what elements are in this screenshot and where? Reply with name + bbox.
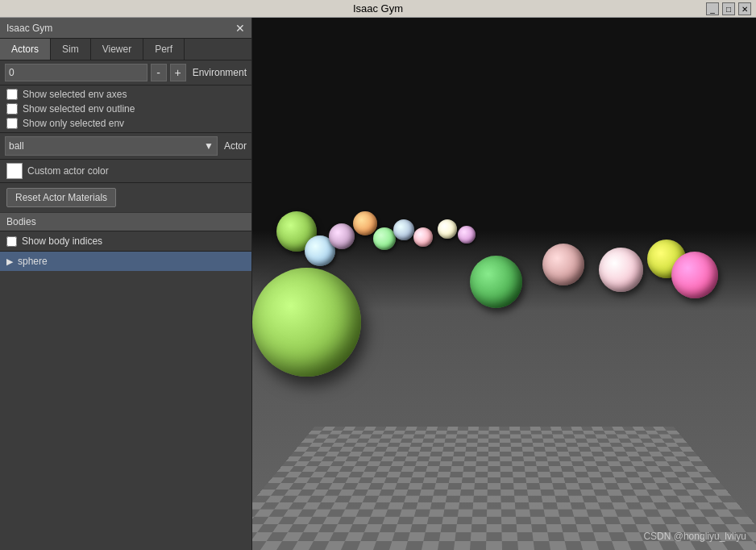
bodies-section-header: Bodies — [0, 212, 251, 231]
environment-row: - + Environment — [0, 60, 251, 85]
ball-14 — [671, 252, 718, 298]
sphere-label: sphere — [18, 256, 48, 267]
show-axes-checkbox[interactable] — [6, 89, 18, 100]
checkbox-row-only: Show only selected env — [6, 118, 245, 129]
ball-7 — [438, 219, 457, 239]
show-body-indices-label: Show body indices — [22, 235, 102, 247]
minimize-button[interactable]: _ — [706, 2, 719, 15]
tabs-container: Actors Sim Viewer Perf — [0, 39, 251, 60]
tab-sim[interactable]: Sim — [51, 39, 91, 60]
title-bar: Isaac Gym _ □ ✕ — [0, 0, 756, 18]
actor-label: Actor — [224, 140, 247, 152]
color-row: Custom actor color — [0, 160, 251, 183]
ball-2 — [329, 223, 355, 249]
actor-row: ball ▼ Actor — [0, 133, 251, 160]
ball-5 — [393, 219, 414, 240]
close-window-button[interactable]: ✕ — [738, 2, 751, 15]
show-body-indices-checkbox[interactable] — [6, 236, 17, 247]
maximize-button[interactable]: □ — [722, 2, 735, 15]
ball-8 — [458, 226, 476, 244]
show-axes-label: Show selected env axes — [23, 89, 127, 100]
ball-10 — [470, 256, 522, 308]
watermark: CSDN @hongliyu_lvliyu — [643, 531, 746, 542]
env-minus-button[interactable]: - — [151, 64, 167, 81]
panel-titlebar: Isaac Gym ✕ — [0, 18, 251, 39]
window-title: Isaac Gym — [353, 2, 403, 15]
color-label: Custom actor color — [27, 165, 109, 177]
show-outline-label: Show selected env outline — [23, 103, 135, 115]
ball-12 — [599, 248, 643, 292]
body-indices-row: Show body indices — [0, 231, 251, 252]
tab-viewer[interactable]: Viewer — [91, 39, 143, 60]
panel-close-button[interactable]: ✕ — [235, 22, 245, 35]
reset-actor-materials-button[interactable]: Reset Actor Materials — [6, 188, 116, 207]
ball-9 — [252, 268, 361, 377]
ball-3 — [353, 211, 377, 235]
viewport: CSDN @hongliyu_lvliyu — [252, 18, 756, 550]
actor-dropdown-arrow: ▼ — [204, 140, 214, 152]
ball-6 — [413, 227, 433, 247]
show-only-label: Show only selected env — [23, 118, 124, 129]
actor-dropdown[interactable]: ball ▼ — [5, 136, 218, 156]
checkbox-row-axes: Show selected env axes — [6, 89, 245, 100]
show-outline-checkbox[interactable] — [6, 103, 18, 115]
panel: Isaac Gym ✕ Actors Sim Viewer Perf - + E… — [0, 18, 252, 550]
env-plus-button[interactable]: + — [170, 64, 186, 81]
ball-4 — [373, 227, 396, 250]
sphere-expand-arrow: ▶ — [6, 256, 13, 267]
tab-perf[interactable]: Perf — [143, 39, 185, 60]
sphere-list-item[interactable]: ▶ sphere — [0, 252, 251, 271]
tab-actors[interactable]: Actors — [0, 39, 51, 60]
title-bar-buttons: _ □ ✕ — [706, 2, 751, 15]
actor-dropdown-value: ball — [9, 140, 24, 152]
checkbox-row-outline: Show selected env outline — [6, 103, 245, 115]
checkboxes-section: Show selected env axes Show selected env… — [0, 85, 251, 133]
color-swatch[interactable] — [6, 163, 23, 179]
environment-label: Environment — [193, 67, 247, 78]
show-only-checkbox[interactable] — [6, 118, 18, 129]
ball-11 — [542, 244, 584, 285]
panel-title: Isaac Gym — [6, 23, 52, 34]
environment-input[interactable] — [5, 64, 147, 81]
